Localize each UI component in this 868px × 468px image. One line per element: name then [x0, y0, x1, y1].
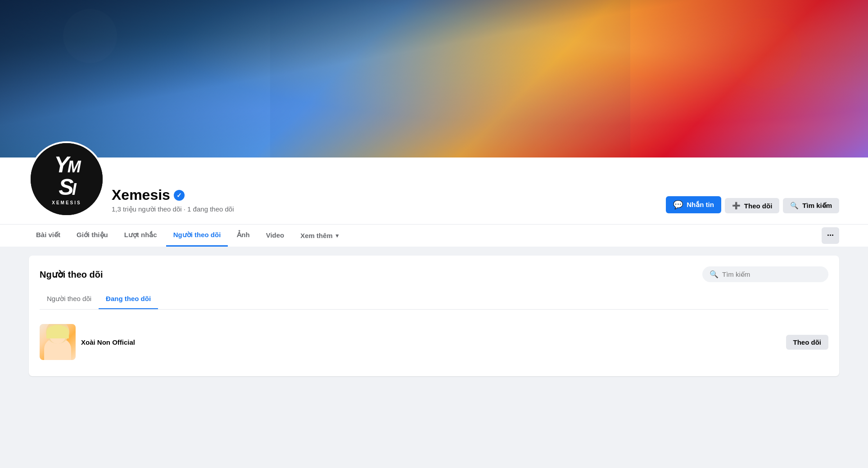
sub-tab-dang-theo-doi[interactable]: Đang theo dõi [99, 289, 158, 309]
sub-tab-nguoi-theo-doi[interactable]: Người theo dõi [40, 289, 99, 309]
profile-section: YM SI XEMESIS Xemesis ✓ 1,3 triệu người … [0, 158, 868, 224]
message-label: Nhắn tin [687, 201, 714, 209]
profile-name: Xemesis [112, 187, 170, 203]
avatar-subtitle: XEMESIS [52, 200, 81, 205]
svg-point-1 [729, 18, 801, 90]
messenger-icon: 💬 [673, 200, 683, 210]
nav-tabs: Bài viết Giới thiệu Lượt nhắc Người theo… [0, 224, 868, 247]
tab-video[interactable]: Video [259, 225, 292, 247]
avatar-inner: YM SI XEMESIS [31, 143, 103, 215]
avatar-wrapper: YM SI XEMESIS [29, 141, 104, 217]
svg-point-0 [63, 9, 117, 63]
follower-item: Xoài Non Official Theo dõi [40, 319, 828, 365]
follow-button[interactable]: ➕ Theo dõi [725, 198, 780, 213]
search-icon: 🔍 [790, 202, 799, 210]
follower-avatar [40, 324, 76, 360]
avatar-logo: YM SI [54, 153, 79, 198]
search-button[interactable]: 🔍 Tìm kiếm [783, 198, 839, 213]
search-icon-sm: 🔍 [710, 270, 719, 279]
follower-avatar-img [40, 324, 76, 360]
main-content: Người theo dõi 🔍 Người theo dõi Đang the… [0, 247, 868, 385]
card-header: Người theo dõi 🔍 [40, 266, 828, 282]
profile-actions: 💬 Nhắn tin ➕ Theo dõi 🔍 Tìm kiếm [666, 196, 839, 217]
avatar-hair [46, 325, 69, 338]
tab-xem-them[interactable]: Xem thêm ▼ [293, 225, 347, 246]
sub-tabs: Người theo dõi Đang theo dõi [40, 289, 828, 310]
svg-rect-2 [270, 0, 630, 158]
followers-search-box[interactable]: 🔍 [702, 266, 828, 282]
profile-info-row: YM SI XEMESIS Xemesis ✓ 1,3 triệu người … [29, 158, 839, 224]
tab-luot-nhac[interactable]: Lượt nhắc [117, 225, 164, 247]
tab-gioi-thieu[interactable]: Giới thiệu [69, 225, 115, 247]
follow-label: Theo dõi [744, 202, 773, 210]
profile-name-area: Xemesis ✓ 1,3 triệu người theo dõi · 1 đ… [112, 187, 659, 217]
search-label: Tìm kiếm [802, 202, 832, 210]
tab-xem-them-label: Xem thêm [300, 232, 333, 239]
profile-name-row: Xemesis ✓ [112, 187, 659, 203]
tab-anh[interactable]: Ảnh [230, 225, 257, 247]
more-options-button[interactable]: ··· [822, 227, 839, 244]
add-friend-icon: ➕ [732, 202, 741, 210]
follower-name: Xoài Non Official [81, 338, 781, 346]
tab-bai-viet[interactable]: Bài viết [29, 225, 68, 247]
message-button[interactable]: 💬 Nhắn tin [666, 196, 721, 213]
profile-stats: 1,3 triệu người theo dõi · 1 đang theo d… [112, 205, 659, 213]
followers-search-input[interactable] [722, 270, 821, 278]
verified-badge: ✓ [174, 190, 185, 201]
tab-nguoi-theo-doi[interactable]: Người theo dõi [166, 225, 228, 247]
avatar: YM SI XEMESIS [29, 141, 104, 217]
cover-photo [0, 0, 868, 158]
chevron-down-icon: ▼ [335, 233, 340, 239]
followers-card: Người theo dõi 🔍 Người theo dõi Đang the… [29, 256, 839, 376]
followers-title: Người theo dõi [40, 269, 103, 280]
cover-art-decoration [0, 0, 868, 158]
follower-follow-button[interactable]: Theo dõi [786, 335, 829, 350]
